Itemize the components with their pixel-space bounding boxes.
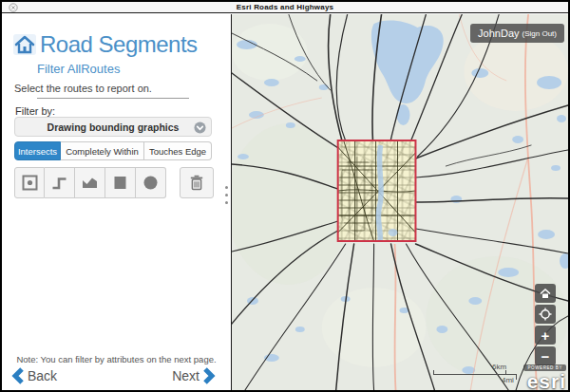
back-label: Back — [28, 368, 57, 383]
tab-label: Touches Edge — [149, 146, 206, 157]
point-tool-icon — [22, 175, 38, 191]
sign-out-label[interactable]: (Sign Out) — [522, 29, 557, 38]
home-button[interactable] — [535, 284, 556, 303]
user-button[interactable]: JohnDay (Sign Out) — [470, 24, 564, 43]
next-button[interactable]: Next — [172, 367, 216, 384]
filter-by-label: Filter by: — [15, 105, 55, 117]
draw-circle-button[interactable] — [136, 167, 166, 198]
tab-label: Completely Within — [66, 146, 139, 157]
scale-line — [433, 374, 517, 375]
chevron-left-icon — [11, 367, 25, 384]
next-label: Next — [172, 368, 200, 383]
zoom-in-button[interactable]: + — [535, 326, 556, 345]
home-icon — [540, 289, 551, 299]
polygon-tool-icon — [82, 175, 98, 191]
tab-label: Intersects — [18, 146, 57, 157]
clear-graphics-button[interactable] — [180, 167, 214, 198]
scale-km-label: 6km — [492, 363, 506, 371]
draw-rectangle-button[interactable] — [105, 167, 136, 198]
draw-point-button[interactable] — [14, 167, 45, 198]
map-canvas[interactable]: JohnDay (Sign Out) + − — [231, 14, 568, 390]
esri-logo: POWERED BY esri — [523, 356, 566, 390]
note-text: Note: You can filter by attributes on th… — [2, 354, 231, 364]
page-subtitle: Filter AllRoutes — [37, 62, 120, 76]
map-controls: + − — [535, 284, 556, 365]
road-segments-icon — [13, 34, 36, 55]
window-title: Esri Roads and Highways — [2, 3, 568, 11]
panel-resize-handle[interactable] — [225, 186, 228, 204]
tab-completely-within[interactable]: Completely Within — [61, 141, 144, 160]
rectangle-tool-icon — [112, 175, 128, 191]
dropdown-selected-value: Drawing bounding graphics — [48, 121, 180, 133]
chevron-down-icon — [194, 121, 206, 134]
tab-intersects[interactable]: Intersects — [14, 141, 61, 160]
filter-method-dropdown[interactable]: Drawing bounding graphics — [14, 117, 212, 137]
divider — [37, 98, 189, 99]
locate-button[interactable] — [535, 305, 556, 324]
scale-bar: 6km 4mi — [433, 366, 517, 383]
circle-tool-icon — [142, 175, 159, 191]
trash-icon — [189, 175, 204, 191]
spatial-filter-tabs: Intersects Completely Within Touches Edg… — [14, 141, 212, 160]
esri-brand: esri — [523, 373, 566, 390]
draw-polyline-button[interactable] — [45, 167, 75, 198]
panel-header: Road Segments — [13, 31, 198, 58]
user-name: JohnDay — [478, 28, 519, 39]
back-button[interactable]: Back — [11, 367, 57, 384]
chevron-right-icon — [202, 367, 216, 384]
app-window: Esri Roads and Highways Road Segments Fi… — [0, 0, 570, 392]
draw-polygon-button[interactable] — [75, 167, 105, 198]
polyline-tool-icon — [51, 175, 67, 191]
draw-toolbar — [14, 167, 214, 198]
locate-icon — [539, 308, 552, 321]
scale-mi-label: 4mi — [502, 376, 514, 384]
page-title: Road Segments — [40, 31, 198, 58]
page-description: Select the routes to report on. — [14, 83, 152, 94]
wizard-panel: Road Segments Filter AllRoutes Select th… — [2, 14, 231, 390]
title-bar: Esri Roads and Highways — [2, 2, 568, 13]
tab-touches-edge[interactable]: Touches Edge — [144, 141, 212, 160]
basemap — [232, 14, 568, 390]
